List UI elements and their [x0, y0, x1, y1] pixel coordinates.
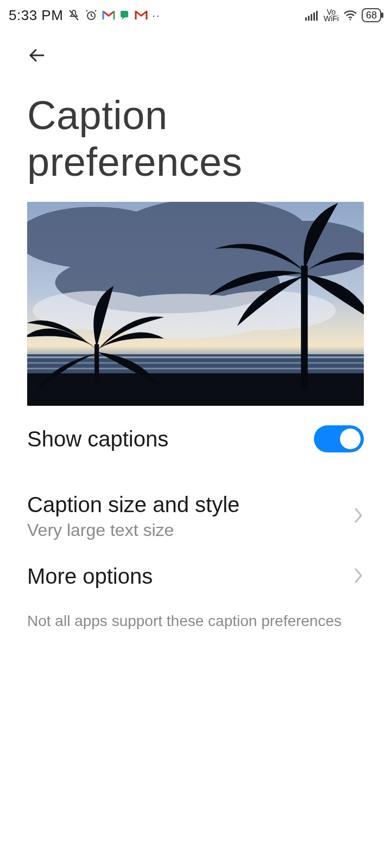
back-button[interactable]	[27, 44, 49, 66]
caption-size-style-sub: Very large text size	[27, 520, 239, 540]
mute-icon	[67, 9, 80, 22]
status-right: Vo WiFi 68	[305, 8, 381, 22]
caption-size-style-row[interactable]: Caption size and style Very large text s…	[27, 481, 364, 552]
svg-rect-4	[311, 14, 312, 21]
status-time: 5:33 PM	[9, 7, 63, 24]
svg-point-7	[349, 19, 351, 21]
battery-indicator: 68	[362, 8, 381, 22]
show-captions-label: Show captions	[27, 427, 168, 451]
alarm-icon	[85, 9, 98, 22]
signal-icon	[305, 10, 319, 21]
svg-rect-5	[313, 12, 315, 21]
caption-support-note: Not all apps support these caption prefe…	[27, 601, 364, 630]
chat-icon	[119, 10, 130, 21]
svg-rect-20	[27, 373, 364, 406]
toggle-knob	[340, 429, 361, 449]
page-title: Caption preferences	[27, 76, 364, 202]
caption-preview-image	[27, 202, 364, 406]
svg-rect-1	[121, 11, 128, 17]
show-captions-toggle[interactable]	[314, 425, 364, 452]
more-options-label: More options	[27, 564, 153, 589]
svg-rect-22	[94, 344, 99, 383]
vowifi-label: Vo WiFi	[324, 9, 339, 22]
more-options-row[interactable]: More options	[27, 552, 364, 601]
more-notifications-icon: ··	[152, 9, 160, 22]
chevron-right-icon	[353, 566, 364, 587]
page-content: Caption preferences	[0, 30, 391, 630]
status-bar: 5:33 PM ·· Vo WiFi 68	[0, 0, 391, 30]
chevron-right-icon	[353, 506, 364, 527]
gmail-icon-2	[135, 10, 148, 21]
svg-rect-18	[27, 362, 364, 363]
status-left: 5:33 PM ··	[9, 7, 160, 24]
svg-rect-19	[27, 368, 364, 369]
svg-rect-17	[27, 356, 364, 358]
gmail-icon	[102, 10, 115, 21]
caption-size-style-label: Caption size and style	[27, 493, 239, 517]
svg-rect-2	[305, 17, 307, 21]
svg-rect-6	[316, 11, 318, 21]
wifi-icon	[343, 10, 357, 21]
show-captions-row[interactable]: Show captions	[27, 406, 364, 471]
svg-rect-21	[301, 266, 307, 389]
svg-rect-3	[308, 16, 310, 21]
